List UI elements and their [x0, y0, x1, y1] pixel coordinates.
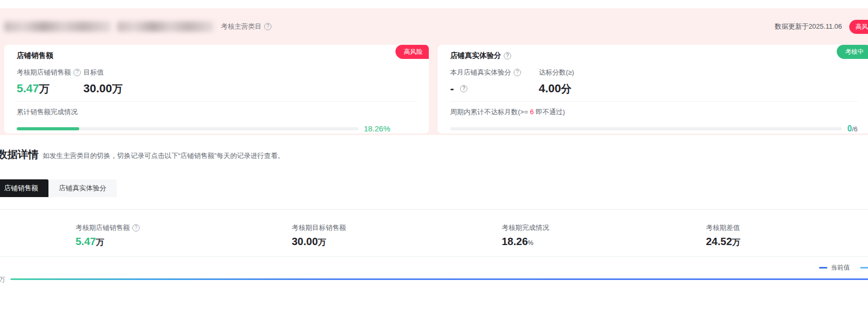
label-text: 达标分数(≥) [539, 68, 574, 77]
value-number: 30.00 [83, 81, 112, 96]
data-updated-text: 数据更新于2025.11.06 [775, 22, 842, 31]
experience-metrics: 本月店铺真实体验分 ? - ? 达标分数(≥) 4.00分 [450, 68, 858, 96]
fraction-current: 0 [847, 124, 852, 133]
label-text: 本月店铺真实体验分 [450, 68, 511, 77]
label-suffix: 即不通过) [536, 108, 565, 116]
experience-progress-label: 周期内累计不达标月数(>= 6 即不通过) [450, 107, 858, 117]
details-title: 数据详情 [0, 148, 39, 162]
experience-progress-fraction: 0/6 [847, 124, 858, 133]
label-threshold: 6 [530, 108, 534, 116]
value-number: 5.47 [17, 81, 39, 96]
legend-label: 当前值 [831, 263, 850, 272]
sales-progress-percent: 18.26% [364, 124, 390, 133]
details-tabs: 店铺销售额 店铺真实体验分 [0, 179, 868, 197]
data-panel: 考核期店铺销售额 ? 5.47万 考核期目标销售额 30.00万 考核期完成情况… [0, 209, 868, 290]
sales-progress-label: 累计销售额完成情况 [17, 107, 416, 117]
sales-card-title: 店铺销售额 [17, 51, 416, 60]
value-number: 18.26 [502, 236, 528, 248]
stats-row: 考核期店铺销售额 ? 5.47万 考核期目标销售额 30.00万 考核期完成情况… [0, 210, 868, 257]
chart-plot-top: 30.00万 [0, 274, 868, 290]
experience-card-title: 店铺真实体验分 ? [450, 51, 858, 60]
sales-metric-current: 考核期店铺销售额 ? 5.47万 [17, 68, 83, 96]
experience-metric-current-label: 本月店铺真实体验分 ? [450, 68, 539, 77]
blurred-store-id [117, 21, 214, 32]
value-number: - [450, 81, 454, 96]
sales-metric-target: 目标值 30.00万 [83, 68, 122, 96]
help-icon[interactable]: ? [264, 23, 271, 30]
y-axis-tick-label: 30.00万 [0, 275, 5, 284]
sales-metric-current-label: 考核期店铺销售额 ? [17, 68, 83, 77]
experience-card-title-text: 店铺真实体验分 [450, 51, 501, 60]
stat-value: 5.47万 [76, 236, 292, 248]
label-text: 目标值 [83, 68, 104, 77]
value-unit: 万 [39, 81, 49, 96]
stat-label: 考核期完成情况 [502, 223, 706, 233]
metric-cards-row: 高风险 店铺销售额 考核期店铺销售额 ? 5.47万 目标值 [4, 45, 855, 133]
details-header: 数据详情 如发生主营类目的切换，切换记录可点击以下“店铺销售额”每天的记录进行查… [0, 148, 868, 162]
stat-value: 18.26% [502, 236, 706, 248]
help-icon[interactable]: ? [73, 69, 81, 76]
legend-item-current[interactable]: 当前值 [819, 263, 850, 272]
legend-dash-target [860, 267, 868, 269]
help-icon[interactable]: ? [504, 52, 511, 59]
stat-value: 24.52万 [706, 236, 868, 248]
experience-metric-current-value: - ? [450, 81, 539, 96]
value-number: 24.52 [706, 236, 732, 248]
sales-card: 高风险 店铺销售额 考核期店铺销售额 ? 5.47万 目标值 [4, 45, 429, 133]
stat-target-sales: 考核期目标销售额 30.00万 [292, 223, 502, 248]
label-text: 考核期完成情况 [502, 223, 549, 233]
label-text: 考核期店铺销售额 [76, 223, 130, 233]
stat-value: 30.00万 [292, 236, 502, 248]
help-icon[interactable]: ? [132, 224, 140, 231]
legend-dash-current [819, 267, 827, 269]
sales-metric-target-label: 目标值 [83, 68, 122, 77]
details-subtitle: 如发生主营类目的切换，切换记录可点击以下“店铺销售额”每天的记录进行查看。 [43, 151, 284, 161]
experience-metric-current: 本月店铺真实体验分 ? - ? [450, 68, 539, 96]
banner-header: 考核主营类目 ? 数据更新于2025.11.06 高风险 [4, 21, 855, 32]
stat-label: 考核期目标销售额 [292, 223, 502, 233]
label-text: 考核期店铺销售额 [17, 68, 71, 77]
experience-metric-target-label: 达标分数(≥) [539, 68, 574, 77]
risk-status-badge: 高风险 [849, 20, 868, 34]
divider [17, 101, 416, 102]
value-number: 4.00 [539, 81, 561, 96]
experience-metric-target: 达标分数(≥) 4.00分 [539, 68, 574, 96]
category-label-text: 考核主营类目 [221, 22, 262, 31]
sales-progress-fill [17, 127, 79, 130]
target-gridline [10, 278, 868, 280]
experience-progress: 0/6 [450, 124, 858, 133]
value-unit: 万 [112, 81, 122, 96]
value-unit: % [528, 239, 534, 247]
sales-card-title-text: 店铺销售额 [17, 51, 53, 60]
category-label: 考核主营类目 ? [221, 22, 271, 31]
blurred-store-name [4, 21, 111, 32]
value-unit: 分 [561, 81, 572, 96]
chart-legend: 当前值 目标值 [0, 263, 868, 272]
stat-assessed-sales: 考核期店铺销售额 ? 5.47万 [76, 223, 292, 248]
label-prefix: 周期内累计不达标月数(>= [450, 108, 528, 116]
experience-metric-target-value: 4.00分 [539, 81, 574, 96]
sales-metric-target-value: 30.00万 [83, 81, 122, 96]
sales-metrics: 考核期店铺销售额 ? 5.47万 目标值 30.00万 [17, 68, 416, 96]
sales-progress-track [17, 127, 358, 130]
stat-completion: 考核期完成情况 18.26% [502, 223, 706, 248]
help-icon[interactable]: ? [460, 85, 467, 92]
value-unit: 万 [732, 237, 740, 248]
chart-area: 当前值 目标值 30.00万 [0, 257, 868, 290]
label-text: 考核期差值 [706, 223, 740, 233]
experience-card-status-ribbon: 考核中 [837, 45, 868, 59]
help-icon[interactable]: ? [514, 69, 521, 76]
legend-item-target[interactable]: 目标值 [860, 263, 868, 272]
stat-label: 考核期差值 [706, 223, 868, 233]
tab-experience[interactable]: 店铺真实体验分 [48, 179, 117, 197]
tab-sales[interactable]: 店铺销售额 [0, 179, 48, 197]
sales-metric-current-value: 5.47万 [17, 81, 83, 96]
value-number: 30.00 [292, 236, 318, 248]
divider [450, 101, 858, 102]
label-text: 考核期目标销售额 [292, 223, 346, 233]
value-unit: 万 [96, 237, 104, 248]
assessment-banner: 考核主营类目 ? 数据更新于2025.11.06 高风险 高风险 店铺销售额 考… [0, 8, 868, 135]
sales-progress: 18.26% [17, 124, 416, 133]
value-unit: 万 [318, 237, 326, 248]
fraction-total: /6 [852, 125, 858, 133]
